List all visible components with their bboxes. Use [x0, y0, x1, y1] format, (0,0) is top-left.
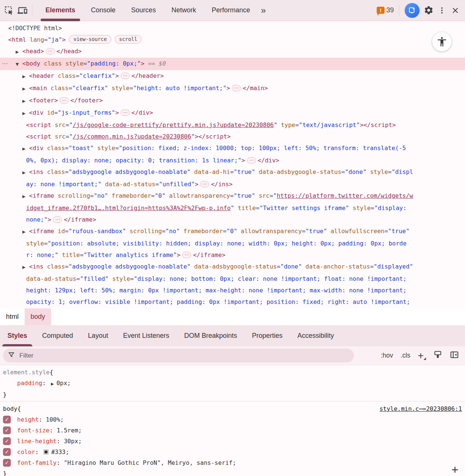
tab-console[interactable]: Console — [83, 0, 123, 20]
expand-value-arrow-icon[interactable]: ▶ — [51, 378, 54, 389]
expand-inline-button[interactable]: ⋯ — [46, 48, 55, 54]
settings-gear-icon[interactable] — [422, 4, 435, 17]
expand-inline-button[interactable]: ⋯ — [121, 73, 130, 79]
tab-elements[interactable]: Elements — [38, 0, 83, 20]
property-value[interactable]: 0px; — [56, 380, 71, 387]
dom-tree-line[interactable]: <script src="/js/common.min.js?update=20… — [0, 131, 465, 142]
disclosure-arrow-icon[interactable]: ▶ — [22, 167, 29, 178]
css-property-row[interactable]: padding: ▶0px; — [3, 378, 462, 389]
dom-tree-line[interactable]: opacity: 1; overflow: visible !important… — [0, 296, 465, 308]
breadcrumb-html[interactable]: html — [0, 308, 25, 325]
view-source-badge[interactable]: view-source — [69, 35, 111, 44]
dom-tree-line[interactable]: ▶<ins class="adsbygoogle adsbygoogle-noa… — [0, 261, 465, 273]
dom-tree-line[interactable]: ▶<div class="toast" style="position: fix… — [0, 142, 465, 155]
dom-tree-line[interactable]: style="position: absolute; visibility: h… — [0, 238, 465, 249]
dom-tree-line[interactable]: height: 129px; left: 50%; margin: 0px !i… — [0, 285, 465, 296]
expand-inline-button[interactable]: ⋯ — [53, 216, 62, 223]
tab-dom-breakpoints[interactable]: DOM Breakpoints — [177, 325, 244, 346]
dom-tree-line[interactable]: ▶<ins class="adsbygoogle adsbygoogle-noa… — [0, 166, 465, 178]
tab-performance[interactable]: Performance — [204, 0, 258, 20]
dom-tree-line[interactable]: ▶<main class="clearfix" style="height: a… — [0, 82, 465, 95]
css-property-row[interactable]: ✓height: 100%; — [3, 414, 462, 425]
dom-tree-line[interactable]: idget_iframe.2f70fb1….html?origin=https%… — [0, 202, 465, 214]
dom-tree-line[interactable]: <!DOCTYPE html> — [0, 22, 465, 34]
disclosure-arrow-icon[interactable]: ▶ — [22, 71, 29, 82]
tab-layout[interactable]: Layout — [80, 325, 116, 346]
expand-inline-button[interactable]: ⋯ — [247, 157, 256, 164]
disclosure-arrow-icon[interactable]: ▶ — [16, 46, 22, 58]
rendering-emulations-icon[interactable] — [433, 350, 442, 361]
property-checkbox[interactable]: ✓ — [3, 416, 11, 423]
dom-tree-line[interactable]: 0%, 0px); display: none; opacity: 0; tra… — [0, 155, 465, 166]
element-classes-button[interactable]: .cls — [401, 352, 410, 359]
tab-accessibility[interactable]: Accessibility — [290, 325, 341, 346]
tab-styles[interactable]: Styles — [0, 325, 35, 346]
dom-tree-line[interactable]: ▶<head>⋯</head> — [0, 45, 465, 58]
add-style-rule-button[interactable]: + — [452, 465, 458, 475]
issues-button[interactable]: ! 39 — [377, 6, 394, 14]
tab-properties[interactable]: Properties — [244, 325, 290, 346]
property-checkbox[interactable]: ✓ — [3, 426, 11, 434]
expand-inline-button[interactable]: ⋯ — [200, 181, 209, 187]
toggle-sidebar-icon[interactable] — [450, 350, 459, 361]
tab-event-listeners[interactable]: Event Listeners — [116, 325, 177, 346]
property-value[interactable]: 30px; — [64, 438, 82, 445]
disclosure-arrow-icon[interactable]: ▶ — [22, 261, 29, 273]
css-property-row[interactable]: ✓font-size: 1.5rem; — [3, 425, 462, 436]
rule-selector[interactable]: element.style — [3, 367, 50, 378]
tab-network[interactable]: Network — [164, 0, 204, 20]
property-checkbox[interactable]: ✓ — [3, 459, 11, 467]
breadcrumb-body[interactable]: body — [25, 308, 51, 325]
dom-tree-line[interactable]: top: auto !important; vertical-align: ba… — [0, 308, 465, 308]
dom-tree-line[interactable]: ▶<iframe id="rufous-sandbox" scrolling="… — [0, 225, 465, 238]
property-checkbox[interactable]: ✓ — [3, 437, 11, 445]
expand-inline-button[interactable]: ⋯ — [232, 85, 241, 91]
expand-inline-button[interactable]: ⋯ — [121, 110, 130, 116]
color-swatch[interactable] — [44, 450, 48, 454]
dom-tree-node-selected[interactable]: ⋯▼<body class style="padding: 0px;"> == … — [0, 58, 465, 70]
rule-selector[interactable]: body — [3, 403, 18, 414]
disclosure-arrow-icon[interactable]: ▶ — [22, 143, 29, 155]
property-name[interactable]: font-family — [17, 459, 57, 466]
dom-tree-line[interactable]: ▶<iframe scrolling="no" frameborder="0" … — [0, 190, 465, 202]
dom-tree-line[interactable]: r: none;" title="Twitter analytics ifram… — [0, 249, 465, 261]
inspect-element-icon[interactable] — [2, 4, 16, 17]
dom-tree-line[interactable]: none;">⋯</iframe> — [0, 214, 465, 225]
dom-tree-line[interactable]: ▶<footer>⋯</footer> — [0, 95, 465, 107]
dom-tree-line[interactable]: ▶<header class="clearfix">⋯</header> — [0, 70, 465, 82]
device-toolbar-icon[interactable] — [16, 4, 29, 17]
property-value[interactable]: 1.5rem; — [57, 427, 82, 434]
dom-tree-line[interactable]: <html lang="ja">view-sourcescroll — [0, 34, 465, 45]
close-icon[interactable] — [449, 4, 462, 17]
disclosure-arrow-icon[interactable]: ▼ — [16, 58, 22, 70]
tab-sources[interactable]: Sources — [123, 0, 164, 20]
property-checkbox[interactable]: ✓ — [3, 448, 11, 456]
new-style-rule-button[interactable]: + — [418, 352, 426, 359]
css-property-row[interactable]: ✓color: #333; — [3, 447, 462, 457]
property-value[interactable]: "Hiragino Maru Gothic ProN", Meiryo, san… — [64, 459, 236, 466]
hover-state-button[interactable]: :hov — [381, 352, 393, 359]
disclosure-arrow-icon[interactable]: ▶ — [22, 83, 29, 95]
css-property-row[interactable]: ✓line-height: 30px; — [3, 436, 462, 447]
tab-computed[interactable]: Computed — [35, 325, 80, 346]
disclosure-arrow-icon[interactable]: ▶ — [22, 108, 29, 119]
scroll-badge[interactable]: scroll — [115, 35, 142, 44]
property-name[interactable]: color — [17, 448, 35, 456]
dom-tree-line[interactable]: data-ad-status="filled" style="display: … — [0, 273, 465, 285]
property-name[interactable]: padding — [17, 380, 42, 387]
expand-inline-button[interactable]: ⋯ — [182, 252, 191, 258]
expand-inline-button[interactable]: ⋯ — [60, 97, 69, 104]
styles-filter-pill[interactable] — [3, 349, 354, 362]
property-name[interactable]: font-size — [17, 427, 50, 434]
node-options-icon[interactable]: ⋯ — [2, 58, 8, 69]
property-value[interactable]: #333; — [51, 448, 69, 456]
dom-tree-line[interactable]: <script src="/js/google-code-prettify/pr… — [0, 119, 465, 131]
disclosure-arrow-icon[interactable]: ▶ — [22, 95, 29, 107]
dom-tree-line[interactable]: ay: none !important;" data-ad-status="un… — [0, 178, 465, 190]
dom-tree-line[interactable]: ▶<div id="js-input_forms">⋯</div> — [0, 107, 465, 119]
disclosure-arrow-icon[interactable]: ▶ — [22, 226, 29, 238]
ai-assistance-button[interactable] — [405, 3, 420, 18]
disclosure-arrow-icon[interactable]: ▶ — [22, 191, 29, 202]
property-name[interactable]: line-height — [17, 438, 57, 445]
property-value[interactable]: 100%; — [46, 416, 64, 423]
